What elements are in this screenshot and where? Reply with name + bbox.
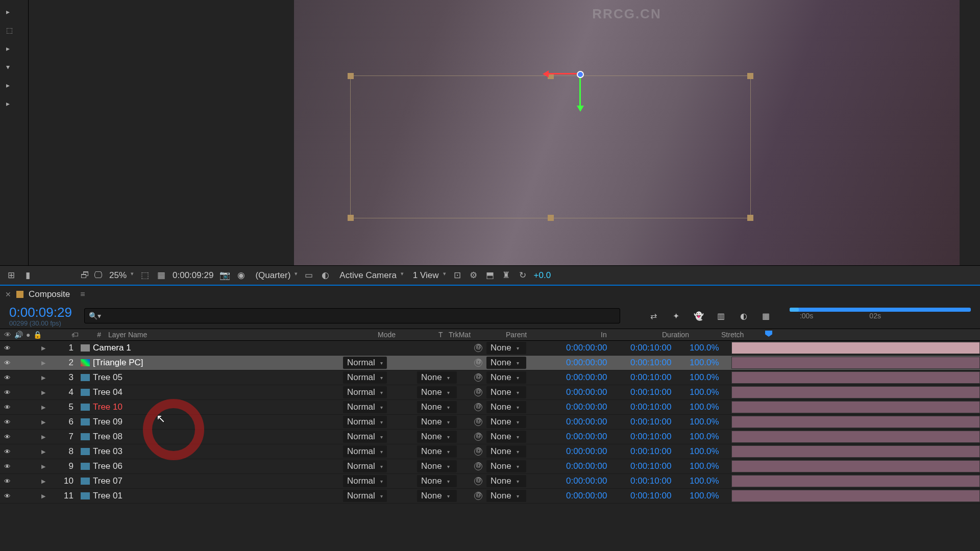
duration-time[interactable]: 0:00:10:00 (630, 358, 690, 368)
stretch-value[interactable]: 100.0% (690, 461, 731, 471)
trkmat-header[interactable]: TrkMat (449, 331, 506, 339)
trkmat-dropdown[interactable]: None (417, 386, 457, 398)
duration-time[interactable]: 0:00:10:00 (630, 372, 690, 383)
layer-name[interactable]: Tree 06 (93, 461, 343, 471)
zoom-dropdown[interactable]: 25% (106, 269, 134, 282)
layer-track[interactable] (731, 415, 980, 429)
layer-name[interactable]: Tree 05 (93, 372, 343, 383)
expand-toggle-icon[interactable]: ▶ (41, 374, 45, 381)
mode-dropdown[interactable]: Normal (343, 386, 387, 398)
layer-bar[interactable] (731, 371, 980, 384)
blend-mode-cell[interactable]: Normal (343, 431, 407, 443)
trkmat-cell[interactable]: None (417, 431, 474, 443)
layer-row[interactable]: 👁 ▶ 4 Tree 04 Normal None None 0:00:00:0… (0, 385, 980, 400)
mode-dropdown[interactable]: Normal (343, 475, 387, 487)
mode-dropdown[interactable]: Normal (343, 460, 387, 472)
expand-toggle-icon[interactable]: ▶ (41, 493, 45, 499)
pixel-aspect-icon[interactable]: ⊡ (452, 270, 462, 281)
visibility-toggle-icon[interactable]: 👁 (4, 374, 11, 382)
layer-row[interactable]: 👁 ▶ 6 Tree 09 Normal None None 0:00:00:0… (0, 415, 980, 430)
mode-dropdown[interactable]: Normal (343, 401, 387, 413)
trkmat-cell[interactable]: None (417, 460, 474, 472)
mask-icon[interactable]: ◐ (320, 270, 330, 281)
expand-toggle-icon[interactable]: ▶ (41, 463, 45, 470)
parent-dropdown[interactable]: None (486, 386, 526, 398)
mode-dropdown[interactable]: Normal (343, 445, 387, 458)
blend-mode-cell[interactable]: Normal (343, 401, 407, 413)
expand-toggle-icon[interactable]: ▶ (41, 478, 45, 485)
lock-header-icon[interactable]: 🔒 (33, 331, 42, 339)
layer-bar[interactable] (731, 357, 980, 369)
in-time[interactable]: 0:00:00:00 (566, 402, 630, 412)
in-time[interactable]: 0:00:00:00 (566, 446, 630, 457)
visibility-toggle-icon[interactable]: 👁 (4, 492, 11, 500)
visibility-toggle-icon[interactable]: 👁 (4, 448, 11, 456)
expand-toggle-icon[interactable]: ▶ (41, 419, 45, 425)
in-time[interactable]: 0:00:00:00 (566, 491, 630, 501)
view-layout-dropdown[interactable]: 1 View (410, 269, 446, 282)
pickwhip-icon[interactable] (474, 344, 482, 352)
layer-bounding-box[interactable] (350, 76, 751, 218)
motion-blur-icon[interactable]: ◐ (738, 310, 750, 322)
grid-icon[interactable]: ⊞ (6, 270, 16, 281)
layer-name[interactable]: Tree 04 (93, 387, 343, 397)
stretch-value[interactable]: 100.0% (690, 417, 731, 427)
mode-dropdown[interactable]: Normal (343, 431, 387, 443)
trkmat-dropdown[interactable]: None (417, 401, 457, 413)
pickwhip-icon[interactable] (474, 492, 482, 500)
blend-mode-cell[interactable]: Normal (343, 357, 407, 369)
duration-time[interactable]: 0:00:10:00 (630, 417, 690, 427)
layer-name[interactable]: Tree 08 (93, 432, 343, 442)
mode-header[interactable]: Mode (375, 331, 438, 339)
blend-mode-cell[interactable]: Normal (343, 490, 407, 502)
trkmat-cell[interactable]: None (417, 475, 474, 487)
layer-bar[interactable] (731, 386, 980, 398)
parent-dropdown[interactable]: None (486, 416, 526, 428)
flowchart-icon[interactable]: ♜ (501, 270, 511, 281)
layer-name-header[interactable]: Layer Name (105, 331, 375, 339)
duration-time[interactable]: 0:00:10:00 (630, 476, 690, 486)
trkmat-cell[interactable]: None (417, 445, 474, 458)
stretch-value[interactable]: 100.0% (690, 387, 731, 397)
parent-dropdown[interactable]: None (486, 342, 526, 354)
comp-tab-name[interactable]: Composite (29, 289, 70, 299)
time-ruler[interactable]: :00s 02s (790, 312, 971, 320)
layer-bar[interactable] (731, 490, 980, 502)
in-time[interactable]: 0:00:00:00 (566, 476, 630, 486)
in-time[interactable]: 0:00:00:00 (566, 417, 630, 427)
layer-row[interactable]: 👁 ▶ 2 [Triangle PC] Normal None 0:00:00:… (0, 356, 980, 370)
mode-dropdown[interactable]: Normal (343, 371, 387, 384)
resize-handle[interactable] (548, 215, 554, 221)
stretch-value[interactable]: 100.0% (690, 343, 731, 353)
fast-preview-icon[interactable]: ▭ (304, 270, 314, 281)
t-header[interactable]: T (438, 331, 449, 339)
stretch-value[interactable]: 100.0% (690, 372, 731, 383)
blend-mode-cell[interactable]: Normal (343, 445, 407, 458)
shy-icon[interactable]: 👻 (693, 310, 705, 322)
in-time[interactable]: 0:00:00:00 (566, 461, 630, 471)
parent-dropdown[interactable]: None (486, 460, 526, 472)
parent-dropdown[interactable]: None (486, 445, 526, 458)
visibility-toggle-icon[interactable]: 👁 (4, 418, 11, 426)
layer-row[interactable]: 👁 ▶ 8 Tree 03 Normal None None 0:00:00:0… (0, 444, 980, 459)
visibility-toggle-icon[interactable]: 👁 (4, 389, 11, 396)
frame-blend-icon[interactable]: ▥ (715, 310, 727, 322)
resolution-dropdown[interactable]: (Quarter) (252, 269, 298, 282)
duration-header[interactable]: Duration (662, 331, 721, 339)
expand-toggle-icon[interactable]: ▶ (41, 448, 45, 455)
layer-row[interactable]: 👁 ▶ 7 Tree 08 Normal None None 0:00:00:0… (0, 430, 980, 444)
pickwhip-icon[interactable] (474, 462, 482, 470)
exposure-value[interactable]: +0.0 (534, 270, 551, 281)
parent-header[interactable]: Parent (506, 331, 598, 339)
reset-exposure-icon[interactable]: ↻ (518, 270, 528, 281)
in-time[interactable]: 0:00:00:00 (566, 387, 630, 397)
snapshot-icon[interactable]: 📷 (219, 270, 230, 281)
layer-bar[interactable] (731, 460, 980, 472)
duration-time[interactable]: 0:00:10:00 (630, 343, 690, 353)
panel-toggle-icon[interactable]: ▸ (0, 3, 28, 21)
timecode-main[interactable]: 0:00:09:29 (9, 305, 72, 320)
panel-toggle-icon[interactable]: ▾ (0, 58, 28, 76)
label-header[interactable]: 🏷 (61, 331, 89, 339)
layer-track[interactable] (731, 430, 980, 444)
trkmat-dropdown[interactable]: None (417, 445, 457, 458)
